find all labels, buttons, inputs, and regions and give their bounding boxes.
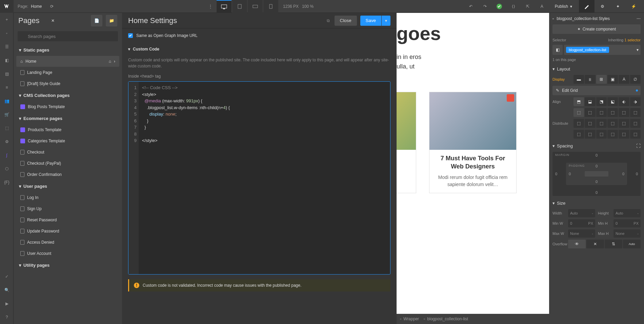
pages-icon[interactable]: ▫ (0, 26, 14, 40)
inheriting-label[interactable]: Inheriting 1 selector (608, 38, 641, 42)
align-btn[interactable]: ⬗ (630, 97, 641, 106)
display-flex-button[interactable]: ⫼ (585, 75, 595, 84)
undo-icon[interactable]: ↶ (465, 0, 477, 13)
webflow-logo[interactable] (0, 0, 14, 13)
more-icon[interactable]: ⋮ (204, 0, 217, 13)
save-dropdown[interactable]: ▾ (382, 16, 390, 26)
desktop-device-button[interactable] (217, 0, 232, 13)
utility-pages-group[interactable]: ▾ Utility pages (16, 259, 119, 271)
blog-card[interactable]: 7 Must Have Tools For Web Designers Modi… (429, 92, 517, 193)
distribute-btn[interactable]: ⬚ (619, 119, 629, 128)
assets-icon[interactable]: ▤ (0, 67, 14, 81)
users-icon[interactable]: 👥 (0, 94, 14, 108)
selector-type-icon[interactable]: ◧ (552, 45, 563, 55)
expand-icon[interactable]: ⛶ (636, 143, 641, 148)
overflow-scroll-button[interactable]: ⇅ (605, 240, 622, 248)
components-icon[interactable]: ◧ (0, 54, 14, 67)
blog-card[interactable]: Design Know it quia andit… (397, 92, 416, 193)
export-icon[interactable]: ⇱ (522, 0, 534, 13)
search-rail-icon[interactable]: 🔍 (0, 283, 14, 297)
breadcrumb-item[interactable]: ▫ blogpost_collection-list (424, 317, 468, 321)
page-checkout[interactable]: Checkout (16, 147, 119, 158)
page-signup[interactable]: Sign Up (16, 203, 119, 214)
variables-icon[interactable]: {F} (0, 176, 14, 189)
settings-tab-icon[interactable]: ⚙ (595, 0, 610, 13)
page-reset-pw[interactable]: Reset Password (16, 215, 119, 225)
logic-icon[interactable]: ⬚ (0, 121, 14, 135)
page-order-confirm[interactable]: Order Confirmation (16, 169, 119, 180)
page-user-account[interactable]: User Account (16, 248, 119, 259)
size-section[interactable]: ▾ Size (552, 201, 641, 206)
page-blog-template[interactable]: Blog Posts Template (16, 101, 119, 112)
justify-btn[interactable]: ⬚ (630, 108, 641, 117)
video-icon[interactable]: ▶ (0, 297, 14, 310)
ecommerce-pages-group[interactable]: ▾ Ecommerce pages (16, 113, 119, 124)
display-inline-button[interactable]: A (619, 75, 629, 84)
distribute-btn[interactable]: ⬚ (573, 119, 584, 128)
minh-input[interactable]: 0PX (613, 219, 641, 227)
close-button[interactable]: Close (335, 16, 357, 26)
box-icon[interactable]: ⬡ (0, 162, 14, 176)
overflow-visible-button[interactable]: 👁 (568, 240, 586, 248)
page-checkout-paypal[interactable]: Checkout (PayPal) (16, 158, 119, 169)
cms-icon[interactable]: ≡ (0, 81, 14, 94)
overflow-auto-button[interactable]: Auto (623, 240, 641, 248)
justify-btn[interactable]: ⬚ (619, 108, 629, 117)
settings-rail-icon[interactable]: ⚙ (0, 135, 14, 148)
page-products[interactable]: Products Template (16, 124, 119, 135)
maxw-input[interactable]: None- (568, 229, 595, 238)
distribute-btn2[interactable]: ⬚ (630, 130, 641, 139)
mobile-portrait-button[interactable] (263, 0, 278, 13)
interactions-tab-icon[interactable]: ✦ (610, 0, 626, 13)
edit-grid-button[interactable]: ✎ Edit Grid (552, 86, 641, 95)
audit-rail-icon[interactable]: ✓ (0, 270, 14, 283)
page-landing[interactable]: Landing Page (16, 67, 119, 78)
mobile-landscape-button[interactable] (248, 0, 263, 13)
save-button[interactable]: Save (360, 16, 381, 26)
height-input[interactable]: Auto- (613, 209, 641, 217)
new-page-button[interactable]: 📄 (91, 15, 102, 26)
spacing-section[interactable]: ▾ Spacing⛶ (552, 143, 641, 148)
distribute-btn[interactable]: ⬚ (630, 119, 641, 128)
search-pages-input[interactable] (18, 31, 118, 41)
close-pages-icon[interactable]: ✕ (51, 18, 55, 23)
align-btn[interactable]: ⬒ (573, 97, 584, 106)
page-categories[interactable]: Categories Template (16, 136, 119, 146)
display-block-button[interactable]: ▬ (573, 75, 584, 84)
distribute-btn[interactable]: ⬚ (607, 119, 618, 128)
refresh-icon[interactable]: ⟳ (46, 0, 58, 13)
distribute-btn2[interactable]: ⬚ (573, 130, 584, 139)
page-home[interactable]: ⌂Home⌂› (16, 56, 119, 67)
justify-btn[interactable]: ⬚ (585, 108, 595, 117)
audit-icon[interactable]: A (536, 0, 548, 13)
align-btn[interactable]: ⬓ (585, 97, 595, 106)
minw-input[interactable]: 0PX (568, 219, 595, 227)
justify-btn[interactable]: ⬚ (596, 108, 607, 117)
distribute-btn[interactable]: ⬚ (585, 119, 595, 128)
page-login[interactable]: Log In (16, 192, 119, 203)
display-grid-button[interactable]: ⊞ (596, 75, 607, 84)
distribute-btn2[interactable]: ⬚ (585, 130, 595, 139)
status-check-icon[interactable] (493, 0, 505, 13)
new-folder-button[interactable]: 📁 (106, 15, 117, 26)
navigator-icon[interactable]: ☰ (0, 40, 14, 54)
og-url-checkbox[interactable] (128, 33, 133, 38)
cms-pages-group[interactable]: ▾ CMS Collection pages (16, 89, 119, 101)
distribute-btn2[interactable]: ⬚ (607, 130, 618, 139)
selector-input[interactable]: blogpost_collection-list▾ (564, 45, 641, 55)
user-pages-group[interactable]: ▾ User pages (16, 180, 119, 192)
create-component-button[interactable]: ✦ Create component (552, 24, 641, 34)
page-indicator[interactable]: Page: Home (14, 4, 46, 9)
style-tab-icon[interactable] (579, 0, 595, 13)
code-editor[interactable]: 123456789 <!-- Code CSS --> <style> @med… (128, 81, 390, 275)
align-btn[interactable]: ⬔ (596, 97, 607, 106)
tablet-device-button[interactable] (232, 0, 247, 13)
effects-tab-icon[interactable]: ⚡ (626, 0, 641, 13)
align-btn[interactable]: ⬕ (607, 97, 618, 106)
distribute-btn2[interactable]: ⬚ (619, 130, 629, 139)
static-pages-group[interactable]: ▾ Static pages (16, 44, 119, 56)
overflow-hidden-button[interactable]: ✕ (586, 240, 604, 248)
align-btn[interactable]: ⬖ (619, 97, 629, 106)
code-icon[interactable]: ⟨⟩ (507, 0, 520, 13)
add-element-icon[interactable]: + (0, 13, 14, 26)
